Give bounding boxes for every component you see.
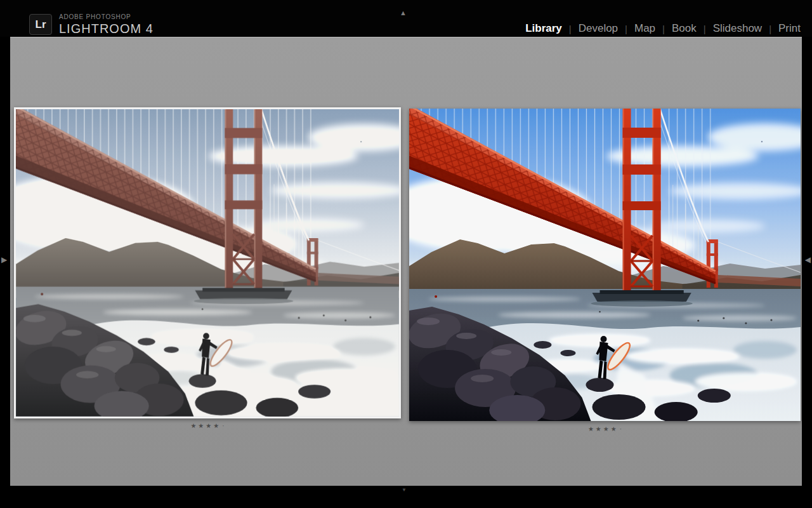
module-develop[interactable]: Develop [579,23,618,34]
bridge-surfer-photo-original [16,109,399,417]
module-slideshow[interactable]: Slideshow [713,23,763,34]
module-book[interactable]: Book [672,23,697,34]
module-separator: | [704,24,706,34]
bridge-surfer-photo-edited [409,109,801,421]
module-separator: | [569,24,572,34]
right-panel-toggle-arrow-icon[interactable]: ◀ [805,256,811,264]
module-separator: | [769,24,771,34]
module-map[interactable]: Map [634,23,655,34]
module-picker: Library | Develop | Map | Book | Slidesh… [525,23,801,35]
left-panel-toggle-arrow-icon[interactable]: ▶ [1,256,7,264]
brand-line-adobe: ADOBE PHOTOSHOP [59,14,154,20]
brand-text: ADOBE PHOTOSHOP LIGHTROOM 4 [59,14,154,35]
empty-star-dot-icon[interactable]: · [620,425,622,432]
brand-line-lightroom: LIGHTROOM 4 [59,22,154,35]
rating-left-photo[interactable]: ★★★★· [14,420,401,430]
star-rating-icons[interactable]: ★★★★ [190,422,221,429]
top-chrome-bar: Lr ADOBE PHOTOSHOP LIGHTROOM 4 Library |… [0,0,812,37]
module-print[interactable]: Print [778,23,801,34]
star-rating-icons[interactable]: ★★★★ [588,425,619,432]
rating-right-photo[interactable]: ★★★★· [409,423,801,433]
empty-star-dot-icon[interactable]: · [222,422,224,429]
top-panel-toggle-arrow-icon[interactable]: ▲ [400,10,407,17]
photo-left-select[interactable] [14,107,401,418]
module-separator: | [625,24,627,34]
compare-view-workspace: ★★★★· ★★★★· [10,37,802,486]
bottom-panel-toggle-arrow-icon[interactable]: ▼ [402,488,407,493]
module-separator: | [662,24,665,34]
lightroom-logo-icon: Lr [29,14,52,35]
module-library[interactable]: Library [525,23,562,34]
photo-right-candidate[interactable] [409,109,801,421]
app-identity: Lr ADOBE PHOTOSHOP LIGHTROOM 4 [29,14,154,35]
